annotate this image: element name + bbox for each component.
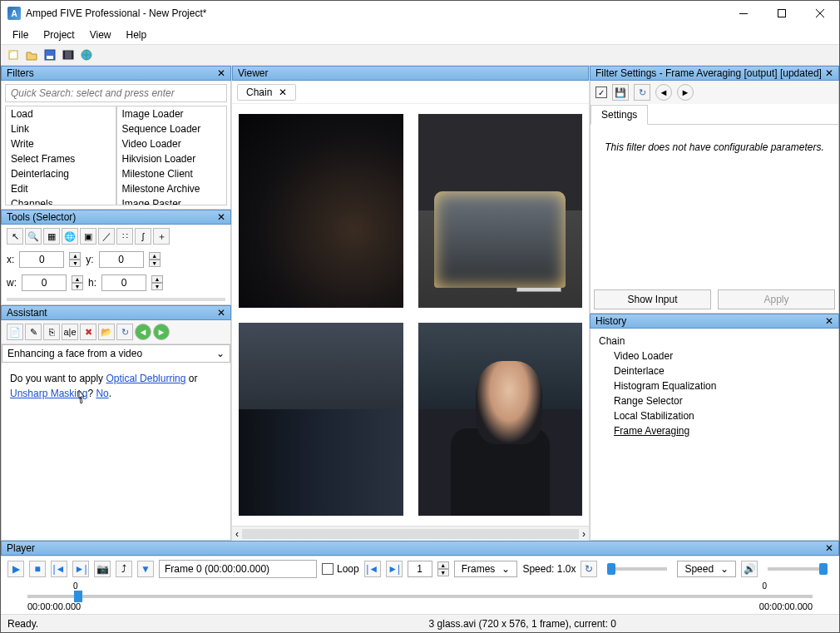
snapshot-button[interactable]: 📷	[94, 561, 111, 577]
x-input[interactable]	[19, 251, 64, 268]
filter-category-list[interactable]: Load Link Write Select Frames Deinterlac…	[5, 106, 116, 205]
player-timeline[interactable]: 0 0 00:00:00.000 00:00:00.000	[27, 586, 813, 614]
history-item[interactable]: Video Loader	[599, 349, 830, 363]
assistant-delete-icon[interactable]: ✖	[80, 324, 96, 340]
player-close-icon[interactable]: ✕	[825, 542, 833, 554]
stop-button[interactable]: ■	[29, 561, 46, 577]
history-item[interactable]: Deinterlace	[599, 363, 830, 378]
x-spinner[interactable]: ▲▼	[69, 252, 81, 267]
assistant-back-icon[interactable]: ◄	[135, 324, 151, 340]
assistant-text-icon[interactable]: a|e	[62, 324, 78, 340]
assistant-next-icon[interactable]: ►	[153, 324, 170, 340]
filter-cat-item[interactable]: Select Frames	[6, 151, 116, 166]
filter-settings-close-icon[interactable]: ✕	[825, 67, 833, 79]
optical-deblurring-link[interactable]: Optical Deblurring	[106, 373, 185, 384]
y-input[interactable]	[99, 251, 144, 268]
maximize-button[interactable]	[763, 1, 801, 26]
show-input-button[interactable]: Show Input	[594, 289, 711, 309]
audio-button[interactable]: 🔊	[741, 561, 758, 577]
filter-enable-checkbox[interactable]: ✓	[595, 87, 607, 98]
timeline-thumb[interactable]	[74, 591, 82, 602]
grid-tool-icon[interactable]: ∷	[116, 228, 133, 245]
step-input[interactable]	[408, 561, 432, 577]
globe-tool-icon[interactable]: 🌐	[62, 228, 78, 245]
export-button[interactable]: ⤴	[116, 561, 132, 577]
history-item-selected[interactable]: Frame Averaging	[599, 423, 830, 438]
menu-file[interactable]: File	[6, 27, 35, 42]
history-item[interactable]: Range Selector	[599, 393, 830, 408]
frame-input[interactable]	[159, 560, 317, 578]
scroll-left-icon[interactable]: ‹	[235, 528, 239, 540]
h-spinner[interactable]: ▲▼	[151, 275, 163, 290]
first-frame-button[interactable]: |◄	[51, 561, 67, 577]
save-icon[interactable]	[42, 47, 57, 62]
history-root[interactable]: Chain	[599, 334, 830, 349]
loop-checkbox[interactable]: Loop	[322, 563, 359, 575]
tab-settings[interactable]: Settings	[590, 105, 648, 125]
history-item[interactable]: Histogram Equalization	[599, 378, 830, 393]
play-button[interactable]: ▶	[7, 561, 24, 577]
filter-cat-item[interactable]: Link	[6, 121, 116, 136]
viewer-tab-chain[interactable]: Chain ✕	[237, 84, 296, 101]
filter-cat-item[interactable]: Deinterlacing	[6, 166, 116, 181]
assistant-close-icon[interactable]: ✕	[217, 307, 225, 319]
filter-cat-item[interactable]: Load	[6, 106, 116, 121]
volume-slider[interactable]	[768, 567, 828, 571]
globe-icon[interactable]	[79, 47, 94, 62]
fs-forward-icon[interactable]: ►	[677, 84, 694, 101]
w-input[interactable]	[22, 274, 67, 291]
assistant-refresh-icon[interactable]: ↻	[116, 324, 133, 340]
prev-frame-button[interactable]: |◄	[364, 561, 381, 577]
film-icon[interactable]	[61, 47, 76, 62]
viewer-hscroll[interactable]: ‹ ›	[232, 526, 589, 541]
y-spinner[interactable]: ▲▼	[149, 252, 161, 267]
history-item[interactable]: Local Stabilization	[599, 408, 830, 423]
step-spinner[interactable]: ▲▼	[437, 561, 449, 576]
fs-save-icon[interactable]: 💾	[612, 84, 629, 101]
scrollbar-track[interactable]	[242, 529, 579, 539]
minimize-button[interactable]	[724, 1, 763, 26]
line-tool-icon[interactable]: ／	[98, 228, 115, 245]
viewer-canvas[interactable]	[232, 104, 589, 526]
assistant-mode-select[interactable]: Enhancing a face from a video ⌄	[2, 344, 230, 363]
assistant-copy-icon[interactable]: ⎘	[43, 324, 60, 340]
fs-refresh-icon[interactable]: ↻	[634, 84, 650, 101]
next-frame-button[interactable]: ►|	[386, 561, 403, 577]
pointer-tool-icon[interactable]: ↖	[7, 228, 23, 245]
assistant-no-link[interactable]: No	[96, 388, 108, 399]
speed-select[interactable]: Speed⌄	[677, 561, 736, 577]
frames-select[interactable]: Frames⌄	[454, 561, 518, 577]
tab-close-icon[interactable]: ✕	[279, 87, 287, 98]
filter-search-input[interactable]	[5, 84, 227, 102]
filter-cat-item[interactable]: Channels	[6, 196, 116, 205]
h-input[interactable]	[101, 274, 146, 291]
close-button[interactable]	[801, 1, 839, 26]
filter-items-list[interactable]: Image Loader Sequence Loader Video Loade…	[116, 106, 228, 205]
filters-close-icon[interactable]: ✕	[217, 67, 225, 79]
image-tool-icon[interactable]: ▦	[43, 228, 60, 245]
add-tool-icon[interactable]: ＋	[153, 228, 170, 245]
filter-item[interactable]: Sequence Loader	[117, 121, 227, 136]
filter-cat-item[interactable]: Write	[6, 136, 116, 151]
assistant-open-icon[interactable]: 📂	[98, 324, 115, 340]
filter-item[interactable]: Image Paster	[117, 196, 227, 205]
marquee-tool-icon[interactable]: ▣	[80, 228, 96, 245]
w-spinner[interactable]: ▲▼	[72, 275, 83, 290]
speed-slider[interactable]	[607, 567, 667, 571]
scroll-right-icon[interactable]: ›	[582, 528, 586, 540]
menu-help[interactable]: Help	[120, 27, 154, 42]
filter-item[interactable]: Milestone Client	[117, 166, 227, 181]
open-icon[interactable]	[24, 47, 39, 62]
zoom-tool-icon[interactable]: 🔍	[25, 228, 42, 245]
fs-back-icon[interactable]: ◄	[655, 84, 672, 101]
menu-project[interactable]: Project	[37, 27, 81, 42]
filter-cat-item[interactable]: Edit	[6, 181, 116, 196]
curve-tool-icon[interactable]: ∫	[135, 228, 151, 245]
tool-slider[interactable]	[7, 298, 225, 301]
speed-reset-button[interactable]: ↻	[581, 561, 597, 577]
filter-item[interactable]: Milestone Archive	[117, 181, 227, 196]
history-close-icon[interactable]: ✕	[825, 315, 833, 327]
filter-item[interactable]: Video Loader	[117, 136, 227, 151]
assistant-new-icon[interactable]: 📄	[7, 324, 23, 340]
tools-close-icon[interactable]: ✕	[217, 211, 225, 223]
